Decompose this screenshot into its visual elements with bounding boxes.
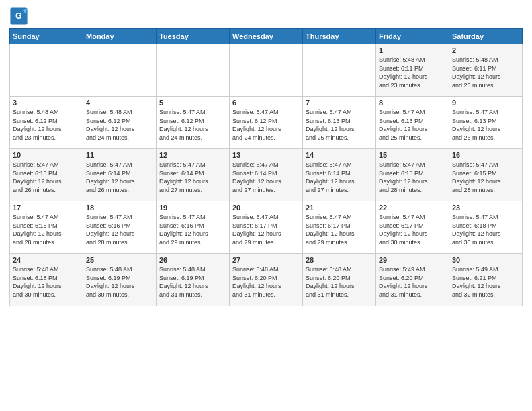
header-tuesday: Tuesday (157, 29, 230, 44)
day-info: Sunrise: 5:47 AM Sunset: 6:13 PM Dayligh… (306, 108, 373, 142)
day-cell: 25Sunrise: 5:48 AM Sunset: 6:19 PM Dayli… (83, 254, 157, 306)
day-info: Sunrise: 5:47 AM Sunset: 6:16 PM Dayligh… (86, 213, 153, 246)
calendar-header-row: SundayMondayTuesdayWednesdayThursdayFrid… (10, 29, 523, 44)
day-cell: 1Sunrise: 5:48 AM Sunset: 6:11 PM Daylig… (376, 44, 449, 97)
day-number: 19 (159, 203, 226, 212)
day-cell: 19Sunrise: 5:47 AM Sunset: 6:16 PM Dayli… (157, 201, 230, 254)
day-number: 20 (232, 203, 300, 212)
day-info: Sunrise: 5:48 AM Sunset: 6:20 PM Dayligh… (306, 265, 373, 299)
day-cell: 11Sunrise: 5:47 AM Sunset: 6:14 PM Dayli… (83, 149, 157, 201)
day-cell: 29Sunrise: 5:49 AM Sunset: 6:20 PM Dayli… (376, 254, 449, 306)
day-info: Sunrise: 5:47 AM Sunset: 6:12 PM Dayligh… (232, 108, 300, 142)
day-cell: 23Sunrise: 5:47 AM Sunset: 6:18 PM Dayli… (449, 201, 523, 254)
day-number: 4 (86, 99, 153, 107)
day-cell: 22Sunrise: 5:47 AM Sunset: 6:17 PM Dayli… (376, 201, 449, 254)
header-saturday: Saturday (449, 29, 523, 44)
day-info: Sunrise: 5:47 AM Sunset: 6:14 PM Dayligh… (86, 161, 153, 194)
day-info: Sunrise: 5:47 AM Sunset: 6:18 PM Dayligh… (452, 213, 519, 246)
day-number: 17 (13, 203, 80, 212)
header-sunday: Sunday (10, 29, 83, 44)
day-info: Sunrise: 5:47 AM Sunset: 6:17 PM Dayligh… (379, 213, 446, 246)
page-container: G SundayMondayTuesdayWednesdayThursdayFr… (0, 0, 532, 310)
day-number: 6 (232, 99, 300, 107)
day-info: Sunrise: 5:47 AM Sunset: 6:12 PM Dayligh… (159, 108, 226, 142)
day-number: 8 (379, 99, 446, 107)
day-info: Sunrise: 5:48 AM Sunset: 6:18 PM Dayligh… (13, 265, 80, 299)
logo: G (9, 7, 31, 26)
day-number: 2 (452, 46, 519, 54)
day-cell: 6Sunrise: 5:47 AM Sunset: 6:12 PM Daylig… (230, 97, 303, 149)
day-number: 27 (232, 256, 300, 264)
day-cell: 26Sunrise: 5:48 AM Sunset: 6:19 PM Dayli… (157, 254, 230, 306)
day-number: 12 (159, 151, 226, 159)
day-info: Sunrise: 5:47 AM Sunset: 6:17 PM Dayligh… (306, 213, 373, 246)
day-info: Sunrise: 5:47 AM Sunset: 6:15 PM Dayligh… (379, 161, 446, 194)
day-info: Sunrise: 5:47 AM Sunset: 6:15 PM Dayligh… (452, 161, 519, 194)
day-info: Sunrise: 5:49 AM Sunset: 6:21 PM Dayligh… (452, 265, 519, 299)
day-info: Sunrise: 5:47 AM Sunset: 6:16 PM Dayligh… (159, 213, 226, 246)
day-info: Sunrise: 5:47 AM Sunset: 6:13 PM Dayligh… (379, 108, 446, 142)
day-number: 16 (452, 151, 519, 159)
day-info: Sunrise: 5:48 AM Sunset: 6:12 PM Dayligh… (86, 108, 153, 142)
day-cell: 12Sunrise: 5:47 AM Sunset: 6:14 PM Dayli… (157, 149, 230, 201)
day-cell: 17Sunrise: 5:47 AM Sunset: 6:15 PM Dayli… (10, 201, 83, 254)
header-wednesday: Wednesday (230, 29, 303, 44)
day-cell: 21Sunrise: 5:47 AM Sunset: 6:17 PM Dayli… (303, 201, 376, 254)
week-row-4: 17Sunrise: 5:47 AM Sunset: 6:15 PM Dayli… (10, 201, 523, 254)
day-cell: 15Sunrise: 5:47 AM Sunset: 6:15 PM Dayli… (376, 149, 449, 201)
day-number: 3 (13, 99, 80, 107)
day-cell: 28Sunrise: 5:48 AM Sunset: 6:20 PM Dayli… (303, 254, 376, 306)
day-info: Sunrise: 5:49 AM Sunset: 6:20 PM Dayligh… (379, 265, 446, 299)
day-cell: 16Sunrise: 5:47 AM Sunset: 6:15 PM Dayli… (449, 149, 523, 201)
header-friday: Friday (376, 29, 449, 44)
day-info: Sunrise: 5:47 AM Sunset: 6:13 PM Dayligh… (13, 161, 80, 194)
day-number: 26 (159, 256, 226, 264)
day-info: Sunrise: 5:48 AM Sunset: 6:12 PM Dayligh… (13, 108, 80, 142)
day-cell: 13Sunrise: 5:47 AM Sunset: 6:14 PM Dayli… (230, 149, 303, 201)
day-cell: 18Sunrise: 5:47 AM Sunset: 6:16 PM Dayli… (83, 201, 157, 254)
day-info: Sunrise: 5:48 AM Sunset: 6:20 PM Dayligh… (232, 265, 300, 299)
header: G (9, 7, 523, 26)
day-cell (157, 44, 230, 97)
day-cell: 14Sunrise: 5:47 AM Sunset: 6:14 PM Dayli… (303, 149, 376, 201)
day-cell: 27Sunrise: 5:48 AM Sunset: 6:20 PM Dayli… (230, 254, 303, 306)
calendar-table: SundayMondayTuesdayWednesdayThursdayFrid… (9, 28, 523, 306)
day-number: 23 (452, 203, 519, 212)
logo-icon: G (9, 7, 28, 26)
day-number: 7 (306, 99, 373, 107)
day-number: 9 (452, 99, 519, 107)
day-cell (10, 44, 83, 97)
day-cell: 24Sunrise: 5:48 AM Sunset: 6:18 PM Dayli… (10, 254, 83, 306)
day-number: 29 (379, 256, 446, 264)
day-number: 11 (86, 151, 153, 159)
day-cell: 8Sunrise: 5:47 AM Sunset: 6:13 PM Daylig… (376, 97, 449, 149)
day-cell: 3Sunrise: 5:48 AM Sunset: 6:12 PM Daylig… (10, 97, 83, 149)
day-number: 15 (379, 151, 446, 159)
day-number: 28 (306, 256, 373, 264)
day-number: 25 (86, 256, 153, 264)
day-info: Sunrise: 5:48 AM Sunset: 6:11 PM Dayligh… (452, 56, 519, 89)
day-cell (230, 44, 303, 97)
day-info: Sunrise: 5:47 AM Sunset: 6:14 PM Dayligh… (306, 161, 373, 194)
day-info: Sunrise: 5:47 AM Sunset: 6:14 PM Dayligh… (159, 161, 226, 194)
week-row-2: 3Sunrise: 5:48 AM Sunset: 6:12 PM Daylig… (10, 97, 523, 149)
day-number: 5 (159, 99, 226, 107)
day-number: 13 (232, 151, 300, 159)
week-row-5: 24Sunrise: 5:48 AM Sunset: 6:18 PM Dayli… (10, 254, 523, 306)
day-number: 18 (86, 203, 153, 212)
day-cell (303, 44, 376, 97)
header-thursday: Thursday (303, 29, 376, 44)
day-cell: 20Sunrise: 5:47 AM Sunset: 6:17 PM Dayli… (230, 201, 303, 254)
week-row-3: 10Sunrise: 5:47 AM Sunset: 6:13 PM Dayli… (10, 149, 523, 201)
day-number: 30 (452, 256, 519, 264)
day-cell (83, 44, 157, 97)
day-cell: 7Sunrise: 5:47 AM Sunset: 6:13 PM Daylig… (303, 97, 376, 149)
day-number: 24 (13, 256, 80, 264)
day-info: Sunrise: 5:47 AM Sunset: 6:13 PM Dayligh… (452, 108, 519, 142)
header-monday: Monday (83, 29, 157, 44)
svg-text:G: G (15, 11, 22, 21)
week-row-1: 1Sunrise: 5:48 AM Sunset: 6:11 PM Daylig… (10, 44, 523, 97)
day-cell: 10Sunrise: 5:47 AM Sunset: 6:13 PM Dayli… (10, 149, 83, 201)
day-number: 14 (306, 151, 373, 159)
day-cell: 5Sunrise: 5:47 AM Sunset: 6:12 PM Daylig… (157, 97, 230, 149)
